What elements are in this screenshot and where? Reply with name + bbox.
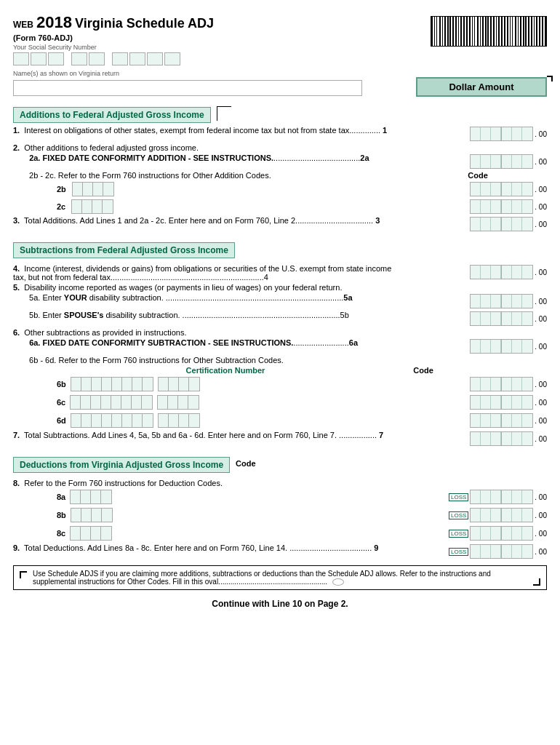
line-8b-label: 8b — [57, 511, 66, 519]
line-8a-code[interactable] — [70, 490, 112, 504]
c3 — [491, 509, 501, 522]
ssn-box-1[interactable] — [13, 52, 29, 65]
c1 — [471, 218, 481, 231]
c6 — [522, 183, 532, 196]
c6 — [522, 312, 532, 325]
cc2 — [81, 490, 91, 503]
line-6c-field[interactable]: . 00 — [470, 394, 547, 410]
dollar-amount-header: Dollar Amount — [416, 77, 547, 97]
line-8c-field[interactable]: LOSS . 00 — [449, 525, 547, 541]
c4 — [502, 527, 512, 540]
ssn-box-8[interactable] — [147, 52, 163, 65]
c3 — [491, 218, 501, 231]
line-8c-cells — [470, 526, 533, 541]
line-6c-row: 6c — [13, 394, 547, 410]
line-6b-label: 6b — [57, 380, 66, 389]
line-3-field[interactable]: . 00 — [470, 216, 547, 232]
line-8b-field[interactable]: LOSS . 00 — [449, 507, 547, 523]
line-6-text: 6. Other subtractions as provided in ins… — [13, 328, 409, 337]
cert-num-header-label: Certification Number — [186, 366, 265, 375]
line-6c-cert[interactable] — [70, 395, 153, 410]
line-2b-code[interactable] — [72, 182, 114, 196]
line-5b-field[interactable]: . 00 — [470, 311, 547, 327]
line-6d-cert[interactable] — [71, 413, 153, 428]
line-1-field[interactable]: . 00 — [470, 126, 547, 142]
header-left: WEB 2018 Virginia Schedule ADJ (Form 760… — [13, 13, 431, 65]
line-8a-field[interactable]: LOSS . 00 — [449, 489, 547, 505]
line-7-field[interactable]: . 00 — [470, 431, 547, 447]
cert-c2 — [81, 414, 92, 427]
additions-header: Additions to Federal Adjusted Gross Inco… — [13, 107, 211, 123]
cc2 — [83, 183, 93, 196]
line-7-amount: . 00 — [409, 431, 547, 447]
cert-c3 — [92, 378, 102, 391]
line-2a-field[interactable]: . 00 — [470, 154, 547, 170]
cert-c7 — [132, 414, 143, 427]
line-6b-row: 6b — [13, 376, 547, 392]
c3 — [491, 200, 501, 213]
line-4-num: 4. — [13, 264, 20, 273]
line-4-amount: . 00 — [409, 264, 547, 280]
c2 — [481, 218, 491, 231]
name-input[interactable] — [13, 80, 362, 96]
c6 — [522, 545, 532, 558]
line-2c-field[interactable]: . 00 — [470, 199, 547, 215]
line-9-field[interactable]: LOSS . 00 — [449, 543, 547, 559]
c2 — [481, 396, 491, 409]
line-6b-left: 6b — [13, 377, 409, 391]
c1 — [471, 509, 481, 522]
line-8-num: 8. — [13, 479, 20, 487]
c2 — [481, 490, 491, 503]
line-4-field[interactable]: . 00 — [470, 264, 547, 280]
line-5a-row: 5a. Enter YOUR disability subtraction. .… — [13, 293, 547, 309]
line-5a-field[interactable]: . 00 — [470, 293, 547, 309]
oval-checkbox[interactable] — [332, 578, 344, 586]
ssn-box-4[interactable] — [71, 52, 87, 65]
line-2c-label: 2c — [57, 202, 65, 211]
line-5b-amount: . 00 — [409, 311, 547, 327]
cert-c6 — [121, 396, 132, 409]
line-6b-cents: . 00 — [533, 381, 547, 389]
line-2b-cents: . 00 — [533, 186, 547, 194]
c4 — [502, 218, 512, 231]
line-2b-field[interactable]: . 00 — [470, 181, 547, 197]
cc4 — [102, 509, 112, 522]
c5 — [512, 266, 522, 279]
line-6d-code[interactable] — [158, 413, 200, 428]
c1 — [471, 183, 481, 196]
c1 — [471, 490, 481, 503]
line-6b-field[interactable]: . 00 — [470, 376, 547, 392]
line-3-amount: . 00 — [409, 216, 547, 232]
line-7-text: 7. Total Subtractions. Add Lines 4, 5a, … — [13, 431, 409, 439]
ssn-box-2[interactable] — [31, 52, 47, 65]
ssn-box-5[interactable] — [89, 52, 105, 65]
line-6a-field[interactable]: . 00 — [470, 338, 547, 354]
line-6-num: 6. — [13, 328, 20, 337]
c3 — [491, 490, 501, 503]
cert-c5 — [112, 378, 122, 391]
line-1-text: 1. Interest on obligations of other stat… — [13, 126, 409, 135]
line-8b-cells — [470, 508, 533, 522]
c2 — [481, 527, 491, 540]
line-6b-cert[interactable] — [71, 377, 153, 391]
c5 — [512, 432, 522, 445]
ssn-box-9[interactable] — [164, 52, 180, 65]
line-2c-code[interactable] — [71, 199, 113, 214]
additions-row: Additions to Federal Adjusted Gross Inco… — [13, 101, 547, 126]
ssn-box-7[interactable] — [129, 52, 145, 65]
line-6d-field[interactable]: . 00 — [470, 413, 547, 429]
form-title: Virginia Schedule ADJ — [75, 16, 214, 31]
line-6b-code[interactable] — [158, 377, 200, 391]
ssn-box-3[interactable] — [48, 52, 64, 65]
c5 — [512, 183, 522, 196]
cc1 — [159, 378, 169, 391]
line-8b-code[interactable] — [71, 508, 113, 522]
line-6c-code[interactable] — [157, 395, 199, 410]
bottom-note-box: Use Schedule ADJS if you are claiming mo… — [13, 565, 547, 590]
cc1 — [159, 414, 169, 427]
ssn-box-6[interactable] — [112, 52, 128, 65]
cert-c6 — [122, 414, 132, 427]
c2 — [481, 340, 491, 353]
c4 — [502, 127, 512, 140]
line-8c-code[interactable] — [70, 526, 112, 541]
